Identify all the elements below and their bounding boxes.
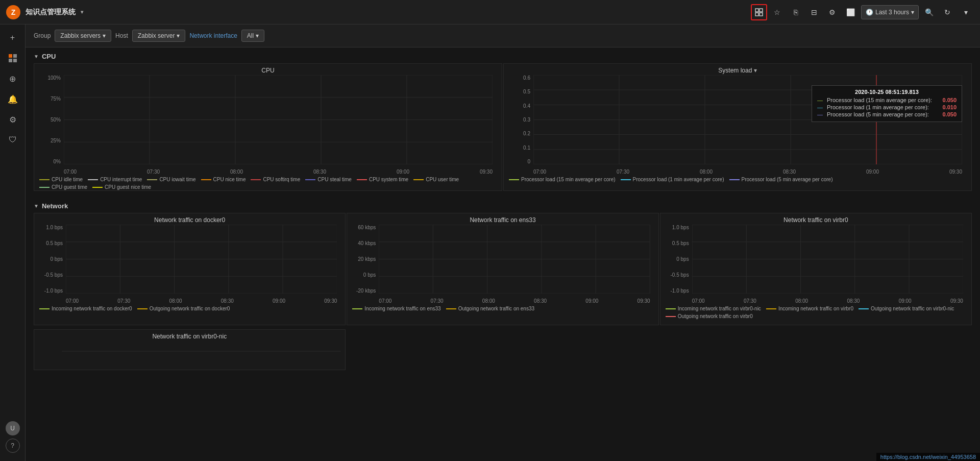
svg-rect-4	[9, 54, 12, 58]
help-icon[interactable]: ?	[6, 439, 20, 453]
logo-area: Z 知识点管理系统 ▾	[6, 5, 83, 19]
add-dashboard-button[interactable]	[751, 4, 767, 20]
cpu-chart-title: CPU	[34, 64, 502, 75]
svg-rect-6	[9, 59, 12, 62]
sidebar: + ⊕ 🔔 ⚙ 🛡 U ?	[0, 25, 26, 461]
legend-15min: Processor load (15 min average per core)	[509, 177, 616, 182]
legend-cpu-guest: CPU guest time	[39, 184, 87, 190]
legend-ens33-out: Outgoing network traffic on ens33	[446, 306, 534, 311]
filter-bar: Group Zabbix servers ▾ Host Zabbix serve…	[26, 25, 980, 47]
legend-virbr0-out-nic: Outgoing network traffic on virbr0-nic	[859, 306, 954, 311]
monitor-button[interactable]: ⬜	[843, 4, 859, 20]
system-load-dropdown[interactable]: ▾	[754, 67, 757, 74]
virbr0-nic-svg	[62, 341, 341, 361]
legend-cpu-user: CPU user time	[413, 177, 459, 182]
legend-virbr0-in: Incoming network traffic on virbr0	[766, 306, 853, 311]
virbr0-svg	[692, 225, 963, 294]
system-load-chart: System load ▾ 0.6 0.5 0.4 0.3 0.2 0.1 0	[503, 63, 972, 191]
legend-docker0-out: Outgoing network traffic on docker0	[137, 306, 230, 311]
legend-virbr0-in-nic: Incoming network traffic on virbr0-nic	[666, 306, 761, 311]
sidebar-item-shield[interactable]: 🛡	[4, 131, 22, 149]
virbr0-legend: Incoming network traffic on virbr0-nic I…	[660, 304, 971, 321]
sidebar-item-config[interactable]: ⚙	[4, 110, 22, 129]
sidebar-item-discover[interactable]: ⊕	[4, 69, 22, 88]
cpu-collapse-arrow[interactable]: ▼	[34, 54, 39, 59]
svg-rect-5	[13, 54, 17, 58]
cpu-section-header: ▼ CPU	[26, 47, 980, 63]
legend-cpu-idle: CPU idle time	[39, 177, 83, 182]
save-button[interactable]: ⊟	[806, 4, 822, 20]
legend-ens33-in: Incoming network traffic on ens33	[352, 306, 440, 311]
ens33-y-axis: 60 kbps 40 kbps 20 kbps 0 bps -20 kbps	[351, 225, 378, 294]
refresh-dropdown-button[interactable]: ▾	[958, 4, 974, 20]
legend-cpu-softirq: CPU softirq time	[251, 177, 300, 182]
network-collapse-arrow[interactable]: ▼	[34, 203, 39, 209]
network-interface-label: Network interface	[189, 32, 237, 39]
top-nav: Z 知识点管理系统 ▾ ☆ ⎘ ⊟ ⚙ ⬜ 🕐 Last 3 hours ▾ 🔍…	[0, 0, 980, 25]
host-selector[interactable]: Zabbix server ▾	[132, 30, 186, 42]
docker0-chart: Network traffic on docker0 1.0 bps 0.5 b…	[34, 213, 346, 325]
sysload-x-axis: 07:00 07:30 08:00 08:30 09:00 09:30	[533, 169, 962, 175]
legend-cpu-iowait: CPU iowait time	[147, 177, 195, 182]
virbr0-nic-partial	[62, 341, 341, 361]
svg-rect-3	[760, 13, 763, 16]
refresh-button[interactable]: ↻	[939, 4, 955, 20]
share-button[interactable]: ⎘	[788, 4, 804, 20]
svg-rect-7	[13, 59, 17, 62]
time-range-label: Last 3 hours	[875, 9, 909, 16]
docker0-y-axis: 1.0 bps 0.5 bps 0 bps -0.5 bps -1.0 bps	[38, 225, 65, 294]
nav-icons: ☆ ⎘ ⊟ ⚙ ⬜ 🕐 Last 3 hours ▾ 🔍 ↻ ▾	[751, 4, 974, 20]
ens33-x-axis: 07:00 07:30 08:00 08:30 09:00 09:30	[379, 298, 650, 304]
legend-1min: Processor load (1 min average per core)	[621, 177, 724, 182]
virbr0-title: Network traffic on virbr0	[660, 213, 971, 225]
app-title: 知识点管理系统	[26, 8, 76, 17]
url-bar: https://blog.csdn.net/weixin_44953658	[876, 453, 980, 461]
docker0-legend: Incoming network traffic on docker0 Outg…	[34, 304, 345, 313]
main-content: Group Zabbix servers ▾ Host Zabbix serve…	[26, 25, 980, 461]
all-selector[interactable]: All ▾	[241, 30, 264, 42]
ens33-title: Network traffic on ens33	[347, 213, 658, 225]
search-button[interactable]: 🔍	[921, 4, 937, 20]
ens33-svg	[379, 225, 650, 294]
system-load-title: System load ▾	[504, 64, 971, 75]
network-section-header: ▼ Network	[26, 197, 980, 213]
sidebar-bottom: U ?	[6, 421, 20, 457]
cpu-chart-legend: CPU idle time CPU interrupt time CPU iow…	[34, 175, 502, 191]
virbr0-nic-title: Network traffic on virbr0-nic	[34, 330, 345, 341]
legend-cpu-guest-nice: CPU guest nice time	[92, 184, 151, 190]
sysload-chart-legend: Processor load (15 min average per core)…	[504, 175, 971, 184]
virbr0-x-axis: 07:00 07:30 08:00 08:30 09:00 09:30	[692, 298, 963, 304]
legend-cpu-interrupt: CPU interrupt time	[88, 177, 142, 182]
virbr0-nic-row: Network traffic on virbr0-nic	[26, 329, 980, 374]
ens33-legend: Incoming network traffic on ens33 Outgoi…	[347, 304, 658, 313]
zabbix-logo[interactable]: Z	[6, 5, 20, 19]
legend-virbr0-out: Outgoing network traffic on virbr0	[666, 313, 753, 319]
virbr0-nic-chart: Network traffic on virbr0-nic	[34, 329, 346, 370]
main-layout: + ⊕ 🔔 ⚙ 🛡 U ? Group Zabbix servers ▾ Hos…	[0, 25, 980, 461]
time-range-button[interactable]: 🕐 Last 3 hours ▾	[861, 5, 919, 19]
sidebar-item-dashboard[interactable]	[4, 49, 22, 67]
sysload-chart-svg	[533, 75, 962, 164]
svg-rect-1	[760, 9, 763, 12]
star-button[interactable]: ☆	[769, 4, 786, 20]
network-charts-grid: Network traffic on docker0 1.0 bps 0.5 b…	[26, 213, 980, 329]
time-dropdown-arrow: ▾	[911, 9, 914, 16]
title-dropdown-arrow[interactable]: ▾	[81, 9, 83, 15]
cpu-section-title: CPU	[42, 53, 56, 60]
legend-cpu-nice: CPU nice time	[201, 177, 246, 182]
sidebar-item-add[interactable]: +	[4, 29, 22, 47]
user-avatar[interactable]: U	[6, 421, 20, 435]
settings-button[interactable]: ⚙	[824, 4, 841, 20]
ens33-chart: Network traffic on ens33 60 kbps 40 kbps…	[347, 213, 658, 325]
svg-rect-2	[755, 13, 758, 16]
legend-cpu-system: CPU system time	[357, 177, 408, 182]
host-label: Host	[115, 32, 128, 39]
group-selector[interactable]: Zabbix servers ▾	[55, 30, 111, 42]
legend-5min: Processor load (5 min average per core)	[729, 177, 833, 182]
sysload-y-axis: 0.6 0.5 0.4 0.3 0.2 0.1 0	[508, 75, 532, 164]
sidebar-item-alerts[interactable]: 🔔	[4, 90, 22, 108]
docker0-title: Network traffic on docker0	[34, 213, 345, 225]
docker0-x-axis: 07:00 07:30 08:00 08:30 09:00 09:30	[66, 298, 337, 304]
virbr0-chart: Network traffic on virbr0 1.0 bps 0.5 bp…	[660, 213, 972, 325]
svg-rect-0	[755, 9, 758, 12]
